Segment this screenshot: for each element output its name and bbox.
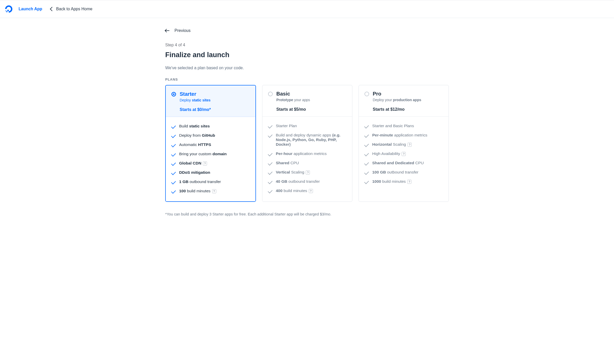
plan-body: Build static sitesDeploy from GitHubAuto… [166, 117, 255, 201]
plan-feature: 40 GB outbound transfer [268, 177, 346, 186]
check-icon [171, 143, 176, 147]
plan-feature: 400 build minutes? [268, 186, 346, 195]
plan-feature-text: 1000 build minutes? [372, 179, 411, 184]
plan-feature-text: Horizontal Scaling? [372, 142, 412, 147]
plan-feature-text: Shared CPU [276, 161, 299, 165]
plan-body: Starter and Basic PlansPer-minute applic… [359, 117, 449, 192]
plan-feature-text: Build and deploy dynamic apps (e.g. Node… [276, 133, 346, 147]
back-to-apps-home-link[interactable]: Back to Apps Home [51, 7, 93, 11]
plan-feature-text: 100 GB outbound transfer [372, 170, 418, 175]
plan-feature: High Availability? [364, 149, 443, 158]
plan-feature-text: 400 build minutes? [276, 188, 313, 193]
plans-footnote: *You can build and deploy 3 Starter apps… [165, 212, 449, 216]
check-icon [364, 161, 369, 166]
plan-feature-text: Automatic HTTPS [179, 142, 211, 147]
plan-price: Starts at $0/mo* [180, 107, 211, 112]
plan-body: Starter PlanBuild and deploy dynamic app… [262, 117, 352, 201]
arrow-left-icon [165, 29, 170, 32]
plan-feature-text: Global CDN? [179, 161, 207, 166]
page-title: Finalize and launch [165, 51, 449, 59]
digitalocean-logo-icon [5, 5, 13, 13]
plan-feature: Per-minute application metrics [364, 131, 443, 140]
plan-feature-text: Vertical Scaling? [276, 170, 310, 175]
previous-link[interactable]: Previous [165, 28, 190, 33]
plan-head: ProDeploy your production appsStarts at … [359, 85, 449, 117]
svg-rect-1 [6, 11, 6, 11]
check-icon [171, 133, 176, 138]
plan-card-basic[interactable]: BasicPrototype your appsStarts at $5/moS… [262, 85, 352, 202]
plan-desc: Deploy static sites [180, 98, 211, 102]
plan-feature: 1 GB outbound transfer [171, 177, 250, 186]
plan-feature: Bring your custom domain [171, 149, 250, 159]
plans-section-label: PLANS [165, 77, 449, 81]
plan-feature: Shared CPU [268, 158, 346, 168]
back-link-label: Back to Apps Home [56, 7, 93, 11]
plan-feature-text: Bring your custom domain [179, 152, 227, 156]
plan-feature-text: High Availability? [372, 151, 406, 156]
check-icon [171, 152, 176, 157]
step-label: Step 4 of 4 [165, 43, 449, 47]
check-icon [364, 170, 369, 175]
plan-desc: Prototype your apps [276, 98, 310, 102]
plan-feature-text: Deploy from GitHub [179, 133, 215, 138]
plan-card-pro[interactable]: ProDeploy your production appsStarts at … [359, 85, 449, 202]
plan-feature: Automatic HTTPS [171, 140, 250, 149]
check-icon [364, 142, 369, 147]
plan-feature: 100 build minutes? [171, 186, 250, 196]
plan-head: StarterDeploy static sitesStarts at $0/m… [166, 85, 255, 117]
help-icon[interactable]: ? [408, 143, 412, 147]
plan-feature: Per-hour application metrics [268, 149, 346, 158]
help-icon[interactable]: ? [402, 152, 406, 156]
help-icon[interactable]: ? [309, 189, 313, 193]
help-icon[interactable]: ? [306, 170, 310, 175]
svg-rect-0 [6, 11, 7, 12]
plan-card-starter[interactable]: StarterDeploy static sitesStarts at $0/m… [165, 85, 256, 202]
plan-feature-text: Starter and Basic Plans [372, 124, 414, 128]
launch-app-label: Launch App [19, 7, 42, 11]
plan-feature: 100 GB outbound transfer [364, 168, 443, 177]
plan-feature: 1000 build minutes? [364, 177, 443, 186]
plans-row: StarterDeploy static sitesStarts at $0/m… [165, 85, 449, 202]
help-icon[interactable]: ? [212, 189, 216, 193]
check-icon [364, 133, 369, 138]
plan-feature-text: 1 GB outbound transfer [179, 179, 221, 184]
topbar: Launch App Back to Apps Home [0, 0, 614, 18]
check-icon [268, 189, 272, 193]
check-icon [171, 124, 176, 129]
page-subtitle: We've selected a plan based on your code… [165, 66, 449, 70]
plan-title: Starter [180, 91, 211, 97]
main-container: Previous Step 4 of 4 Finalize and launch… [160, 18, 454, 227]
plan-feature-text: DDoS mitigation [179, 170, 210, 175]
plan-radio-pro[interactable] [364, 92, 369, 96]
previous-label: Previous [175, 28, 190, 33]
plan-feature: DDoS mitigation [171, 168, 250, 177]
check-icon [364, 124, 369, 128]
plan-price: Starts at $12/mo [373, 107, 421, 112]
plan-radio-starter[interactable] [171, 92, 176, 97]
plan-feature-text: Per-hour application metrics [276, 151, 327, 156]
plan-radio-basic[interactable] [268, 92, 273, 96]
plan-feature-text: 40 GB outbound transfer [276, 179, 320, 184]
plan-feature: Shared and Dedicated CPU [364, 158, 443, 168]
check-icon [171, 161, 176, 166]
help-icon[interactable]: ? [407, 180, 411, 184]
plan-title: Pro [373, 91, 421, 97]
plan-feature: Build and deploy dynamic apps (e.g. Node… [268, 131, 346, 149]
plan-price: Starts at $5/mo [276, 107, 310, 112]
plan-feature-text: Build static sites [179, 124, 210, 128]
plan-feature-text: 100 build minutes? [179, 189, 216, 193]
plan-feature: Starter Plan [268, 121, 346, 131]
check-icon [268, 124, 272, 128]
plan-feature-text: Shared and Dedicated CPU [372, 161, 424, 165]
help-icon[interactable]: ? [203, 161, 207, 166]
check-icon [171, 189, 176, 194]
plan-feature: Deploy from GitHub [171, 131, 250, 140]
plan-head: BasicPrototype your appsStarts at $5/mo [262, 85, 352, 117]
plan-feature: Horizontal Scaling? [364, 140, 443, 149]
check-icon [171, 170, 176, 175]
check-icon [268, 170, 272, 175]
check-icon [364, 152, 369, 156]
plan-desc: Deploy your production apps [373, 98, 421, 102]
plan-feature: Starter and Basic Plans [364, 121, 443, 131]
check-icon [268, 133, 272, 138]
